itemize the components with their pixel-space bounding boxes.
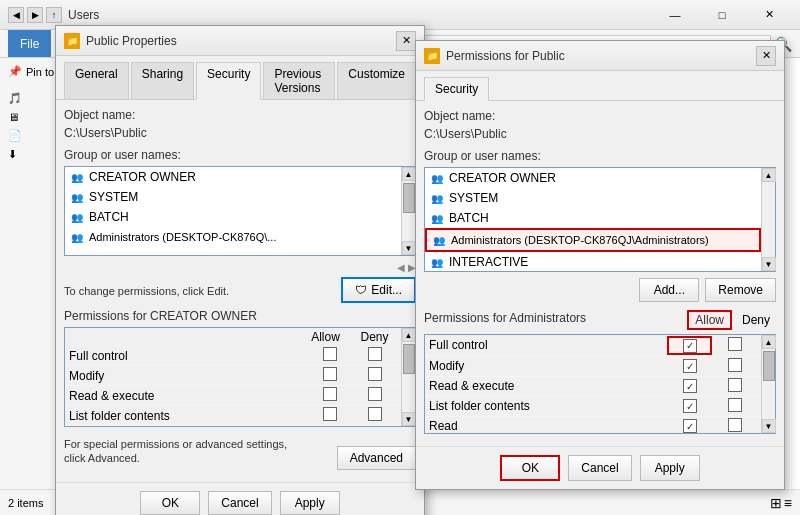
props-dialog-content: Object name: C:\Users\Public Group or us…: [56, 100, 424, 478]
props-ok-button[interactable]: OK: [140, 491, 200, 515]
props-dialog-footer: OK Cancel Apply: [56, 482, 424, 515]
back-icon[interactable]: ◀: [8, 7, 24, 23]
tab-sharing[interactable]: Sharing: [131, 62, 194, 99]
perm-group-label: Group or user names:: [424, 149, 776, 163]
perm-perm-scroll-up[interactable]: ▲: [762, 335, 776, 349]
fullcontrol-deny-check[interactable]: [368, 347, 382, 361]
props-user-item-1[interactable]: 👥 SYSTEM: [65, 187, 401, 207]
perm-scroll-down[interactable]: ▼: [402, 412, 416, 426]
perm-ok-button[interactable]: OK: [500, 455, 560, 481]
listfolder-allow-check[interactable]: [323, 407, 337, 421]
admin-modify-allow-check[interactable]: [683, 359, 697, 373]
perm-user-item-4[interactable]: 👥 INTERACTIVE: [425, 252, 761, 271]
perm-perm-scroll-track: [762, 349, 775, 419]
admin-listfolder-allow-check[interactable]: [683, 399, 697, 413]
perm-cancel-button[interactable]: Cancel: [568, 455, 631, 481]
props-dialog-close[interactable]: ✕: [396, 31, 416, 51]
admin-perm-row-2: Read & execute: [425, 377, 761, 397]
user-icon-2: 👥: [69, 209, 85, 225]
perm-table-scrollbar[interactable]: ▲ ▼: [401, 328, 415, 426]
perm-user-scroll-track: [762, 182, 775, 257]
admin-readexec-deny-check[interactable]: [728, 378, 742, 392]
allow-col-header: Allow: [303, 330, 348, 344]
maximize-button[interactable]: □: [699, 0, 745, 30]
perm-user-item-0[interactable]: 👥 CREATOR OWNER: [425, 168, 761, 188]
add-button[interactable]: Add...: [639, 278, 699, 302]
perm-user-scrollbar[interactable]: ▲ ▼: [761, 168, 775, 271]
admin-fullcontrol-allow-check[interactable]: [683, 339, 697, 353]
remove-button[interactable]: Remove: [705, 278, 776, 302]
admin-fullcontrol-deny-check[interactable]: [728, 337, 742, 351]
minimize-button[interactable]: —: [652, 0, 698, 30]
up-icon[interactable]: ↑: [46, 7, 62, 23]
perm-perm-scrollbar[interactable]: ▲ ▼: [761, 335, 775, 433]
listfolder-deny-check[interactable]: [368, 407, 382, 421]
forward-icon[interactable]: ▶: [27, 7, 43, 23]
admin-modify-deny-check[interactable]: [728, 358, 742, 372]
perm-tab-security[interactable]: Security: [424, 77, 489, 101]
props-cancel-button[interactable]: Cancel: [208, 491, 271, 515]
modify-deny-check[interactable]: [368, 367, 382, 381]
perm-apply-button[interactable]: Apply: [640, 455, 700, 481]
props-dialog-icon: 📁: [64, 33, 80, 49]
tab-general[interactable]: General: [64, 62, 129, 99]
admin-readexec-allow-check[interactable]: [683, 379, 697, 393]
group-user-label: Group or user names:: [64, 148, 416, 162]
scroll-down-arrow[interactable]: ▼: [402, 241, 416, 255]
close-button[interactable]: ✕: [746, 0, 792, 30]
admin-read-deny-check[interactable]: [728, 418, 742, 432]
perm-row-0: Full control: [65, 346, 401, 366]
perm-perm-scroll-thumb[interactable]: [763, 351, 775, 381]
perm-user-scroll-up[interactable]: ▲: [762, 168, 776, 182]
perm-dialog-close[interactable]: ✕: [756, 46, 776, 66]
tab-previous-versions[interactable]: Previous Versions: [263, 62, 335, 99]
admin-perm-row-4: Read: [425, 417, 761, 434]
tab-security[interactable]: Security: [196, 62, 261, 100]
deny-column-header: Deny: [736, 312, 776, 328]
perm-row-2: Read & execute: [65, 386, 401, 406]
fullcontrol-allow-check[interactable]: [323, 347, 337, 361]
perm-user-scroll-down[interactable]: ▼: [762, 257, 776, 271]
perm-user-listbox: 👥 CREATOR OWNER 👥 SYSTEM 👥 BATCH 👥 Admin…: [424, 167, 776, 272]
docs-icon: 📄: [8, 129, 22, 142]
perm-perm-scroll-down[interactable]: ▼: [762, 419, 776, 433]
perm-col-header: Allow Deny: [65, 328, 401, 346]
props-user-list-scrollbar[interactable]: ▲ ▼: [401, 167, 415, 255]
admin-perm-row-0: Full control: [425, 335, 761, 357]
perm-user-item-1[interactable]: 👥 SYSTEM: [425, 188, 761, 208]
perm-user-item-2[interactable]: 👥 BATCH: [425, 208, 761, 228]
object-name-value: C:\Users\Public: [64, 126, 416, 140]
perm-scroll-up[interactable]: ▲: [402, 328, 416, 342]
readexec-deny-check[interactable]: [368, 387, 382, 401]
admin-listfolder-deny-check[interactable]: [728, 398, 742, 412]
props-user-item-3[interactable]: 👥 Administrators (DESKTOP-CK876Q\...: [65, 227, 401, 247]
props-dialog-title: Public Properties: [86, 34, 390, 48]
perm-dialog-tabs: Security: [416, 71, 784, 101]
advanced-button[interactable]: Advanced: [337, 446, 416, 470]
items-count: 2 items: [8, 497, 43, 509]
ribbon-tab-file[interactable]: File: [8, 30, 51, 57]
props-perm-table-inner: Allow Deny Full control Modify Read & ex…: [65, 328, 401, 426]
titlebar-icons: ◀ ▶ ↑: [8, 7, 62, 23]
perm-user-list-inner: 👥 CREATOR OWNER 👥 SYSTEM 👥 BATCH 👥 Admin…: [425, 168, 761, 271]
props-apply-button[interactable]: Apply: [280, 491, 340, 515]
scroll-track: [402, 181, 415, 241]
view-icons[interactable]: ⊞ ≡: [770, 495, 792, 511]
window-controls: — □ ✕: [652, 0, 792, 30]
tab-customize[interactable]: Customize: [337, 62, 416, 99]
perm-user-icon-3: 👥: [431, 232, 447, 248]
readexec-allow-check[interactable]: [323, 387, 337, 401]
perm-scroll-track: [402, 342, 415, 412]
props-user-item-2[interactable]: 👥 BATCH: [65, 207, 401, 227]
admin-read-allow-check[interactable]: [683, 419, 697, 433]
perm-scroll-thumb[interactable]: [403, 344, 415, 374]
perm-for-admin-label: Permissions for Administrators: [424, 311, 687, 325]
scroll-thumb[interactable]: [403, 183, 415, 213]
perm-user-item-3[interactable]: 👥 Administrators (DESKTOP-CK876QJ\Admini…: [425, 228, 761, 252]
admin-perm-row-1: Modify: [425, 357, 761, 377]
props-perm-table: Allow Deny Full control Modify Read & ex…: [64, 327, 416, 427]
scroll-up-arrow[interactable]: ▲: [402, 167, 416, 181]
edit-button[interactable]: 🛡 Edit...: [341, 277, 416, 303]
props-user-item-0[interactable]: 👥 CREATOR OWNER: [65, 167, 401, 187]
modify-allow-check[interactable]: [323, 367, 337, 381]
